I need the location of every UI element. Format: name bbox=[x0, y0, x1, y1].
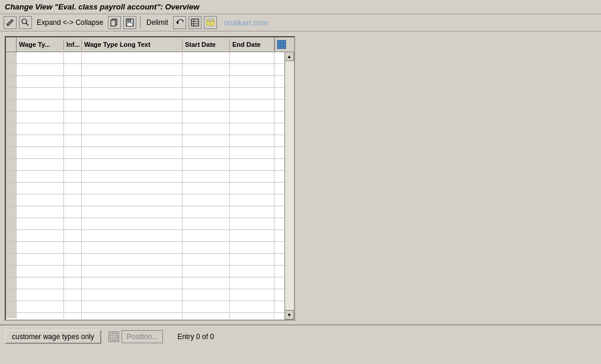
cell-wage-long-text[interactable] bbox=[82, 254, 183, 265]
cell-wage-type[interactable] bbox=[17, 76, 64, 87]
cell-start-date[interactable] bbox=[183, 171, 230, 182]
cell-end-date[interactable] bbox=[230, 100, 274, 111]
cell-start-date[interactable] bbox=[183, 194, 230, 206]
cell-wage-type[interactable] bbox=[17, 194, 64, 206]
cell-start-date[interactable] bbox=[183, 266, 230, 277]
table-row[interactable] bbox=[6, 301, 284, 313]
cell-inf[interactable] bbox=[64, 52, 82, 63]
cell-wage-type[interactable] bbox=[17, 52, 64, 63]
table-row[interactable] bbox=[6, 147, 284, 159]
cell-end-date[interactable] bbox=[230, 277, 274, 289]
cell-end-date[interactable] bbox=[230, 206, 274, 218]
cell-wage-long-text[interactable] bbox=[82, 159, 183, 170]
table-row[interactable] bbox=[6, 194, 284, 206]
cell-end-date[interactable] bbox=[230, 230, 274, 241]
cell-start-date[interactable] bbox=[183, 76, 230, 87]
cell-wage-type[interactable] bbox=[17, 266, 64, 277]
cell-wage-long-text[interactable] bbox=[82, 123, 183, 135]
table-row[interactable] bbox=[6, 254, 284, 266]
cell-end-date[interactable] bbox=[230, 111, 274, 123]
cell-end-date[interactable] bbox=[230, 52, 274, 63]
cell-end-date[interactable] bbox=[230, 159, 274, 170]
table-row[interactable] bbox=[6, 159, 284, 171]
config-button[interactable] bbox=[204, 16, 217, 29]
cell-wage-long-text[interactable] bbox=[82, 88, 183, 99]
cell-wage-long-text[interactable] bbox=[82, 277, 183, 289]
cell-wage-long-text[interactable] bbox=[82, 266, 183, 277]
cell-wage-long-text[interactable] bbox=[82, 52, 183, 63]
cell-start-date[interactable] bbox=[183, 52, 230, 63]
cell-inf[interactable] bbox=[64, 100, 82, 111]
save-button[interactable] bbox=[123, 16, 136, 29]
cell-start-date[interactable] bbox=[183, 159, 230, 170]
cell-wage-long-text[interactable] bbox=[82, 301, 183, 312]
cell-inf[interactable] bbox=[64, 242, 82, 253]
cell-start-date[interactable] bbox=[183, 100, 230, 111]
table-row[interactable] bbox=[6, 266, 284, 277]
cell-inf[interactable] bbox=[64, 266, 82, 277]
cell-start-date[interactable] bbox=[183, 123, 230, 135]
cell-inf[interactable] bbox=[64, 135, 82, 146]
cell-start-date[interactable] bbox=[183, 277, 230, 289]
table-row[interactable] bbox=[6, 218, 284, 230]
table-row[interactable] bbox=[6, 123, 284, 135]
cell-wage-long-text[interactable] bbox=[82, 313, 183, 318]
cell-end-date[interactable] bbox=[230, 242, 274, 253]
cell-wage-type[interactable] bbox=[17, 123, 64, 135]
cell-end-date[interactable] bbox=[230, 183, 274, 194]
cell-wage-type[interactable] bbox=[17, 277, 64, 289]
cell-end-date[interactable] bbox=[230, 135, 274, 146]
table-row[interactable] bbox=[6, 100, 284, 111]
cell-wage-type[interactable] bbox=[17, 301, 64, 312]
table-row[interactable] bbox=[6, 230, 284, 242]
cell-inf[interactable] bbox=[64, 194, 82, 206]
table-row[interactable] bbox=[6, 206, 284, 218]
cell-end-date[interactable] bbox=[230, 313, 274, 318]
delimit-label[interactable]: Delimit bbox=[144, 17, 171, 28]
cell-end-date[interactable] bbox=[230, 266, 274, 277]
cell-wage-long-text[interactable] bbox=[82, 194, 183, 206]
cell-wage-type[interactable] bbox=[17, 206, 64, 218]
cell-inf[interactable] bbox=[64, 301, 82, 312]
cell-wage-long-text[interactable] bbox=[82, 242, 183, 253]
cell-wage-long-text[interactable] bbox=[82, 289, 183, 301]
cell-wage-type[interactable] bbox=[17, 313, 64, 318]
cell-wage-long-text[interactable] bbox=[82, 111, 183, 123]
table-row[interactable] bbox=[6, 135, 284, 147]
cell-inf[interactable] bbox=[64, 76, 82, 87]
copy-button[interactable] bbox=[108, 16, 121, 29]
cell-start-date[interactable] bbox=[183, 206, 230, 218]
cell-wage-long-text[interactable] bbox=[82, 183, 183, 194]
expand-collapse-label[interactable]: Expand <-> Collapse bbox=[34, 17, 106, 28]
cell-inf[interactable] bbox=[64, 218, 82, 229]
cell-wage-type[interactable] bbox=[17, 147, 64, 158]
col-header-inf[interactable]: Inf... bbox=[64, 39, 82, 50]
table-view-button[interactable] bbox=[188, 16, 202, 29]
col-header-end-date[interactable]: End Date bbox=[230, 39, 274, 50]
cell-end-date[interactable] bbox=[230, 123, 274, 135]
cell-inf[interactable] bbox=[64, 289, 82, 301]
cell-inf[interactable] bbox=[64, 88, 82, 99]
scroll-down-button[interactable]: ▼ bbox=[284, 310, 294, 320]
cell-wage-type[interactable] bbox=[17, 171, 64, 182]
table-row[interactable] bbox=[6, 289, 284, 301]
cell-wage-type[interactable] bbox=[17, 111, 64, 123]
cell-wage-type[interactable] bbox=[17, 230, 64, 241]
cell-wage-long-text[interactable] bbox=[82, 206, 183, 218]
col-header-wage-type[interactable]: Wage Ty... bbox=[17, 39, 64, 50]
cell-wage-type[interactable] bbox=[17, 135, 64, 146]
cell-inf[interactable] bbox=[64, 111, 82, 123]
table-row[interactable] bbox=[6, 111, 284, 123]
customer-wage-types-button[interactable]: customer wage types only bbox=[5, 330, 101, 344]
cell-wage-long-text[interactable] bbox=[82, 230, 183, 241]
cell-wage-long-text[interactable] bbox=[82, 64, 183, 75]
cell-end-date[interactable] bbox=[230, 194, 274, 206]
cell-wage-type[interactable] bbox=[17, 88, 64, 99]
cell-start-date[interactable] bbox=[183, 183, 230, 194]
table-row[interactable] bbox=[6, 88, 284, 100]
cell-start-date[interactable] bbox=[183, 88, 230, 99]
search-button[interactable] bbox=[19, 16, 32, 29]
cell-end-date[interactable] bbox=[230, 147, 274, 158]
cell-end-date[interactable] bbox=[230, 76, 274, 87]
table-row[interactable] bbox=[6, 242, 284, 254]
